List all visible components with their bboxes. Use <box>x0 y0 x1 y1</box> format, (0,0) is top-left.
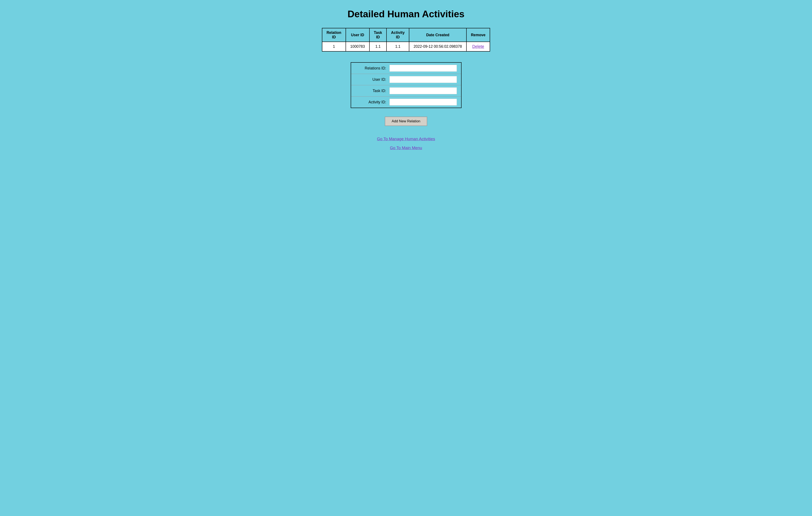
add-relation-form: Relations ID: User ID: Task ID: Activity… <box>351 62 462 108</box>
add-new-relation-button[interactable]: Add New Relation <box>385 117 427 126</box>
table-cell: 1000783 <box>346 42 370 51</box>
col-header-relation-id: RelationID <box>322 28 346 42</box>
user-id-label: User ID: <box>355 78 389 82</box>
col-header-task-id: TaskID <box>370 28 387 42</box>
relations-id-input[interactable] <box>389 65 457 71</box>
activity-id-input[interactable] <box>389 99 457 105</box>
data-table: RelationID User ID TaskID ActivityID Dat… <box>322 28 490 52</box>
delete-link[interactable]: Delete <box>472 44 484 49</box>
manage-activities-link[interactable]: Go To Manage Human Activities <box>377 136 435 141</box>
task-id-input[interactable] <box>389 87 457 94</box>
task-id-label: Task ID: <box>355 89 389 93</box>
table-cell: 2022-09-12 00:56:02.098378 <box>409 42 466 51</box>
page-title: Detailed Human Activities <box>347 8 465 20</box>
delete-cell: Delete <box>466 42 490 51</box>
main-menu-link[interactable]: Go To Main Menu <box>390 146 422 150</box>
col-header-user-id: User ID <box>346 28 370 42</box>
relations-id-label: Relations ID: <box>355 66 389 70</box>
table-row: 110007831.11.12022-09-12 00:56:02.098378… <box>322 42 490 51</box>
table-header-row: RelationID User ID TaskID ActivityID Dat… <box>322 28 490 42</box>
form-row-user-id: User ID: <box>351 74 461 85</box>
table-cell: 1.1 <box>370 42 387 51</box>
form-row-task-id: Task ID: <box>351 85 461 96</box>
form-row-relations-id: Relations ID: <box>351 63 461 74</box>
table-cell: 1 <box>322 42 346 51</box>
user-id-input[interactable] <box>389 76 457 83</box>
form-row-activity-id: Activity ID: <box>351 96 461 108</box>
col-header-date-created: Date Created <box>409 28 466 42</box>
activity-id-label: Activity ID: <box>355 100 389 104</box>
col-header-activity-id: ActivityID <box>386 28 409 42</box>
table-cell: 1.1 <box>386 42 409 51</box>
nav-links: Go To Manage Human Activities Go To Main… <box>377 136 435 150</box>
col-header-remove: Remove <box>466 28 490 42</box>
